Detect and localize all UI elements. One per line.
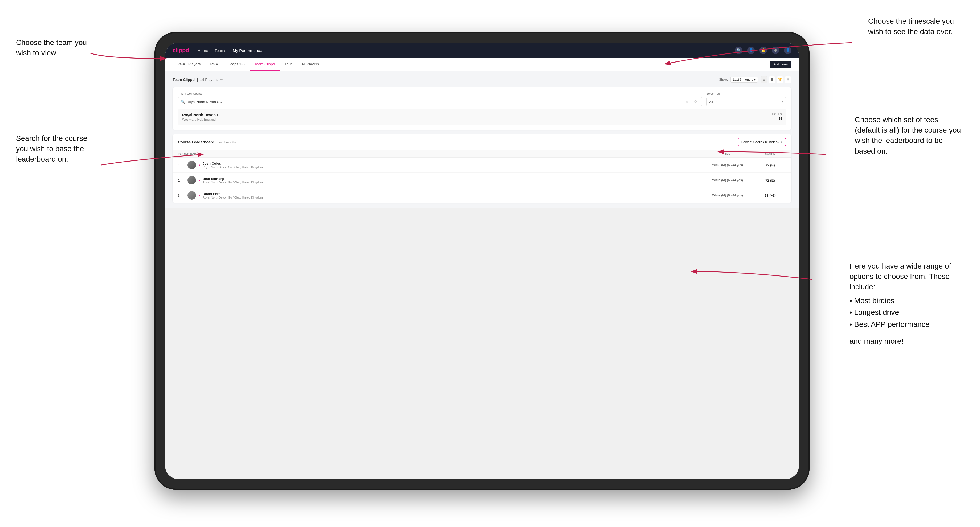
settings-icon[interactable]: ⚙ — [772, 46, 779, 54]
user-avatar-icon[interactable]: 👤 — [784, 46, 791, 54]
player-score-2: 72 (E) — [754, 178, 786, 182]
find-course-col: Find a Golf Course 🔍 ✕ ☆ — [178, 92, 702, 106]
profile-icon[interactable]: 👤 — [747, 46, 755, 54]
player-tee-1: White (M) (6,744 yds) — [701, 163, 754, 167]
nav-links: Home Teams My Performance — [197, 48, 727, 53]
nav-logo: clippd — [173, 47, 189, 54]
bullet-2: Longest drive — [850, 306, 961, 319]
select-tee-label: Select Tee — [706, 92, 786, 95]
view-icons: ⊞ ☰ 🏆 ⬇ — [760, 76, 791, 83]
tee-select[interactable]: All Tees ▾ — [706, 97, 786, 106]
tablet-screen: clippd Home Teams My Performance 🔍 👤 🔔 ⚙… — [165, 43, 799, 479]
star-button[interactable]: ☆ — [692, 98, 699, 105]
annotation-top-right: Choose the timescale you wish to see the… — [868, 16, 959, 37]
player-name-2: Blair McHarg — [203, 177, 701, 181]
rank-2: 1 — [178, 178, 188, 182]
annotation-left-mid: Search for the course you wish to base t… — [16, 133, 91, 165]
nav-icons: 🔍 👤 🔔 ⚙ 👤 — [735, 46, 791, 54]
leaderboard-card: Course Leaderboard, Last 3 months Lowest… — [173, 134, 791, 203]
nav-link-home[interactable]: Home — [197, 48, 208, 53]
course-name: Royal North Devon GC — [182, 113, 222, 117]
and-more: and many more! — [850, 336, 961, 346]
course-location: Westward Ho!, England — [182, 117, 222, 121]
player-tee-3: White (M) (6,744 yds) — [701, 194, 754, 197]
main-content: Team Clippd | 14 Players ✏ Show: Last 3 … — [165, 71, 799, 208]
heart-icon-3: ♥ — [199, 194, 200, 197]
player-info-2: Blair McHarg Royal North Devon Golf Club… — [203, 177, 701, 184]
leaderboard-title-wrap: Course Leaderboard, Last 3 months — [178, 140, 237, 144]
edit-icon[interactable]: ✏ — [220, 78, 223, 82]
avatar-3 — [188, 191, 196, 200]
course-search-input[interactable] — [187, 100, 686, 104]
show-value: Last 3 months — [733, 78, 753, 81]
leaderboard-table: PLAYER NAME TEE SCORE 1 ♥ Josh Coles — [173, 150, 791, 203]
avatar-2 — [188, 176, 196, 184]
leaderboard-header: Course Leaderboard, Last 3 months Lowest… — [173, 134, 791, 150]
list-view-icon[interactable]: ☰ — [768, 76, 775, 83]
rank-1: 1 — [178, 163, 188, 167]
subnav: PGAT Players PGA Hcaps 1-5 Team Clippd T… — [165, 58, 799, 71]
table-row: 1 ♥ Josh Coles Royal North Devon Golf Cl… — [173, 157, 791, 173]
subnav-pga[interactable]: PGA — [205, 58, 223, 71]
course-result: Royal North Devon GC Westward Ho!, Engla… — [178, 109, 786, 125]
show-label: Show: — [719, 78, 728, 81]
player-name-3: David Ford — [203, 192, 701, 196]
leaderboard-title: Course Leaderboard, — [178, 140, 215, 144]
player-club-2: Royal North Devon Golf Club, United King… — [203, 181, 701, 184]
player-info-3: David Ford Royal North Devon Golf Club, … — [203, 192, 701, 199]
search-row: Find a Golf Course 🔍 ✕ ☆ Select Tee All … — [178, 92, 786, 106]
table-header: PLAYER NAME TEE SCORE — [173, 150, 791, 157]
player-tee-2: White (M) (6,744 yds) — [701, 178, 754, 182]
grid-view-icon[interactable]: ⊞ — [760, 76, 767, 83]
course-search-card: Find a Golf Course 🔍 ✕ ☆ Select Tee All … — [173, 87, 791, 130]
annotation-right-mid: Choose which set of tees (default is all… — [855, 114, 961, 156]
tablet-shell: clippd Home Teams My Performance 🔍 👤 🔔 ⚙… — [154, 32, 810, 490]
search-icon[interactable]: 🔍 — [735, 46, 743, 54]
player-score-1: 72 (E) — [754, 163, 786, 167]
subnav-left: PGAT Players PGA Hcaps 1-5 Team Clippd T… — [173, 58, 324, 71]
subnav-tour[interactable]: Tour — [280, 58, 297, 71]
course-info: Royal North Devon GC Westward Ho!, Engla… — [182, 113, 222, 121]
add-team-button[interactable]: Add Team — [770, 61, 791, 68]
heart-icon-2: ♥ — [199, 179, 200, 182]
notification-icon[interactable]: 🔔 — [759, 46, 767, 54]
col-player-name: PLAYER NAME — [178, 152, 701, 155]
show-chevron-icon: ▾ — [754, 78, 756, 81]
nav-link-my-performance[interactable]: My Performance — [233, 48, 262, 53]
team-header: Team Clippd | 14 Players ✏ Show: Last 3 … — [173, 76, 791, 83]
score-type-value: Lowest Score (18 holes) — [741, 140, 779, 144]
team-title: Team Clippd | 14 Players ✏ — [173, 78, 223, 82]
tee-value: All Tees — [709, 100, 721, 104]
show-select[interactable]: Last 3 months ▾ — [730, 77, 758, 83]
player-club-3: Royal North Devon Golf Club, United King… — [203, 196, 701, 199]
holes-value: 18 — [772, 116, 782, 121]
rank-3: 3 — [178, 194, 188, 197]
separator: | — [197, 78, 198, 82]
table-row: 3 ♥ David Ford Royal North Devon Golf Cl… — [173, 188, 791, 203]
col-score: SCORE — [754, 152, 786, 155]
subnav-pgat-players[interactable]: PGAT Players — [173, 58, 205, 71]
team-name: Team Clippd — [173, 78, 195, 82]
download-icon[interactable]: ⬇ — [784, 76, 791, 83]
player-info-1: Josh Coles Royal North Devon Golf Club, … — [203, 162, 701, 169]
annotation-right-bottom: Here you have a wide range of options to… — [850, 261, 961, 346]
annotation-top-left: Choose the team you wish to view. — [16, 37, 91, 58]
clear-search-icon[interactable]: ✕ — [686, 100, 688, 104]
subnav-hcaps[interactable]: Hcaps 1-5 — [223, 58, 250, 71]
navbar: clippd Home Teams My Performance 🔍 👤 🔔 ⚙… — [165, 43, 799, 58]
bullet-1: Most birdies — [850, 295, 961, 307]
nav-link-teams[interactable]: Teams — [215, 48, 226, 53]
holes-label: Holes — [772, 113, 782, 116]
avatar-1 — [188, 161, 196, 169]
leaderboard-subtitle: Last 3 months — [216, 141, 237, 144]
score-type-select[interactable]: Lowest Score (18 holes) ▾ — [738, 138, 786, 146]
subnav-all-players[interactable]: All Players — [297, 58, 324, 71]
subnav-team-clippd[interactable]: Team Clippd — [250, 58, 280, 71]
options-list: Most birdies Longest drive Best APP perf… — [850, 295, 961, 330]
table-row: 1 ♥ Blair McHarg Royal North Devon Golf … — [173, 173, 791, 188]
trophy-icon[interactable]: 🏆 — [776, 76, 783, 83]
col-tee: TEE — [701, 152, 754, 155]
course-search-wrap: 🔍 ✕ ☆ — [178, 97, 702, 106]
player-count: 14 Players — [200, 78, 218, 82]
bullet-3: Best APP performance — [850, 319, 961, 330]
